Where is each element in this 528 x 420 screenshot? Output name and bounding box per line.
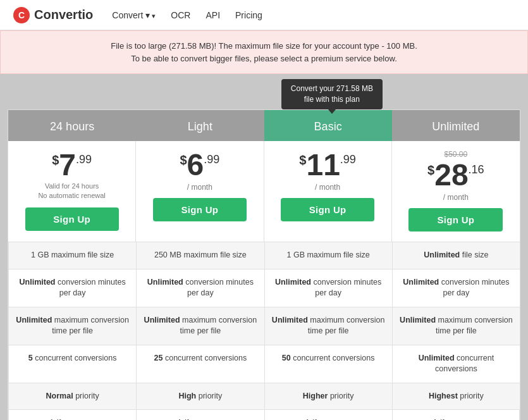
- feature-adfree-col2: Adfree pages: [264, 410, 392, 420]
- feature-file-size-col2: 1 GB maximum file size: [264, 242, 392, 269]
- feature-conv-minutes-col2: Unlimited conversion minutes per day: [264, 269, 392, 307]
- feature-file-size-col3: Unlimited file size: [392, 242, 520, 269]
- feature-bold-concurrent-col0: 5: [28, 354, 33, 362]
- signup-btn-light[interactable]: Sign Up: [153, 198, 247, 221]
- feature-conv-minutes-col1: Unlimited conversion minutes per day: [136, 269, 264, 307]
- price-section-light: $ 6 .99 / monthSign Up: [136, 141, 264, 242]
- price-period-unlimited: / month: [397, 193, 515, 202]
- price-int-basic: 11: [306, 150, 340, 180]
- feature-adfree-col1: Adfree pages: [136, 410, 264, 420]
- price-main-light: $ 6 .99: [141, 150, 258, 180]
- nav-ocr[interactable]: OCR: [171, 10, 190, 20]
- feature-conv-time-col2: Unlimited maximum conversion time per fi…: [264, 307, 392, 345]
- signup-btn-unlimited[interactable]: Sign Up: [408, 208, 503, 232]
- feature-priority-col2: Higher priority: [264, 383, 392, 411]
- feature-conv-minutes-col3: Unlimited conversion minutes per day: [392, 269, 520, 307]
- nav-pricing[interactable]: Pricing: [235, 10, 262, 20]
- alert-banner: File is too large (271.58 MB)! The maxim…: [0, 30, 528, 74]
- price-original-unlimited: $50.00: [397, 150, 515, 159]
- price-section-24hours: $ 7 .99 Valid for 24 hoursNo automatic r…: [8, 141, 136, 242]
- feature-bold-conv-minutes-col3: Unlimited: [403, 278, 439, 287]
- navbar: C Convertio Convert ▾ OCR API Pricing: [0, 0, 528, 30]
- feature-bold-conv-minutes-col2: Unlimited: [275, 278, 311, 287]
- feature-bold-priority-col3: Highest: [429, 392, 458, 400]
- price-decimal-24hours: .99: [76, 154, 92, 165]
- feature-bold-conv-minutes-col1: Unlimited: [147, 278, 183, 287]
- price-period-basic: / month: [269, 183, 386, 192]
- price-note-24hours: Valid for 24 hoursNo automatic renewal: [13, 182, 130, 201]
- price-dollar-24hours: $: [52, 154, 59, 166]
- price-section-basic: $ 11 .99 / monthSign Up: [264, 141, 392, 242]
- feature-conv-minutes-col0: Unlimited conversion minutes per day: [8, 269, 136, 307]
- nav-api[interactable]: API: [206, 10, 220, 20]
- feature-concurrent-col3: Unlimited concurrent conversions: [392, 345, 520, 383]
- plan-header-basic: Basic: [264, 110, 392, 141]
- price-int-light: 6: [187, 150, 204, 180]
- feature-bold-concurrent-col2: 50: [282, 354, 291, 362]
- nav-convert[interactable]: Convert ▾: [112, 10, 156, 20]
- price-period-light: / month: [141, 183, 258, 192]
- feature-conv-time-col3: Unlimited maximum conversion time per fi…: [392, 307, 520, 345]
- signup-btn-24hours[interactable]: Sign Up: [25, 207, 119, 231]
- logo[interactable]: C Convertio: [13, 6, 93, 24]
- alert-line1: File is too large (271.58 MB)! The maxim…: [13, 40, 515, 52]
- feature-concurrent-col2: 50 concurrent conversions: [264, 345, 392, 383]
- plan-header-24hours: 24 hours: [8, 110, 136, 141]
- feature-bold-conv-time-col2: Unlimited: [272, 316, 308, 324]
- logo-text: Convertio: [34, 8, 93, 22]
- feature-bold-conv-time-col1: Unlimited: [144, 316, 180, 324]
- svg-text:C: C: [18, 10, 25, 20]
- alert-line2: To be able to convert bigger files, plea…: [13, 52, 515, 65]
- feature-bold-conv-time-col0: Unlimited: [16, 316, 52, 324]
- plan-header-light: Light: [136, 110, 264, 141]
- feature-adfree-col3: Adfree pages: [392, 410, 520, 420]
- signup-btn-basic[interactable]: Sign Up: [281, 198, 374, 221]
- feature-concurrent-col0: 5 concurrent conversions: [8, 345, 136, 383]
- feature-priority-col0: Normal priority: [8, 383, 136, 411]
- price-dollar-basic: $: [299, 154, 306, 166]
- price-decimal-light: .99: [204, 154, 219, 165]
- price-section-unlimited: $50.00 $ 28 .16 / monthSign Up: [392, 141, 520, 242]
- tooltip-row: Convert your 271.58 MB file with this pl…: [8, 80, 520, 109]
- nav-links: Convert ▾ OCR API Pricing: [112, 10, 262, 20]
- tooltip-text: Convert your 271.58 MB file with this pl…: [291, 84, 373, 104]
- feature-bold-priority-col2: Higher: [303, 392, 328, 400]
- feature-bold-priority-col0: Normal: [46, 392, 73, 400]
- price-main-unlimited: $ 28 .16: [397, 160, 515, 190]
- pricing-grid: 24 hoursLightBasicUnlimited $ 7 .99 Vali…: [8, 109, 520, 420]
- price-decimal-unlimited: .16: [469, 164, 484, 175]
- price-dollar-light: $: [180, 154, 187, 166]
- feature-priority-col3: Highest priority: [392, 383, 520, 411]
- price-main-basic: $ 11 .99: [269, 150, 386, 180]
- price-decimal-basic: .99: [340, 154, 356, 165]
- price-dollar-unlimited: $: [427, 164, 434, 176]
- feature-bold-concurrent-col1: 25: [154, 354, 163, 362]
- feature-conv-time-col1: Unlimited maximum conversion time per fi…: [136, 307, 264, 345]
- tooltip-box: Convert your 271.58 MB file with this pl…: [281, 79, 383, 109]
- feature-file-size-col1: 250 MB maximum file size: [136, 242, 264, 269]
- feature-bold-conv-minutes-col0: Unlimited: [20, 278, 56, 287]
- feature-conv-time-col0: Unlimited maximum conversion time per fi…: [8, 307, 136, 345]
- main-content: Convert your 271.58 MB file with this pl…: [0, 74, 528, 420]
- feature-bold-conv-time-col3: Unlimited: [400, 316, 436, 324]
- feature-adfree-col0: Adfree pages: [8, 410, 136, 420]
- feature-file-size-col0: 1 GB maximum file size: [8, 242, 136, 269]
- price-int-unlimited: 28: [434, 160, 468, 190]
- plan-header-unlimited: Unlimited: [392, 110, 520, 141]
- feature-bold-file-size-col3: Unlimited: [424, 250, 460, 259]
- price-int-24hours: 7: [59, 150, 76, 180]
- price-main-24hours: $ 7 .99: [13, 150, 130, 180]
- feature-bold-concurrent-col3: Unlimited: [419, 354, 455, 362]
- logo-icon: C: [13, 6, 30, 24]
- feature-concurrent-col1: 25 concurrent conversions: [136, 345, 264, 383]
- feature-bold-priority-col1: High: [178, 392, 196, 400]
- feature-priority-col1: High priority: [136, 383, 264, 411]
